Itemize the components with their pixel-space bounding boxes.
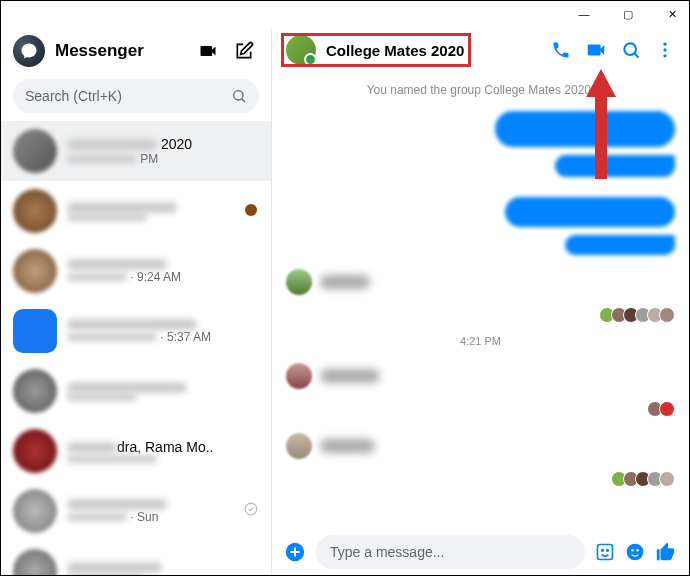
avatar [13, 249, 57, 293]
conversation-item[interactable]: · 5:37 AM [1, 301, 271, 361]
svg-point-12 [636, 549, 639, 552]
conv-title-text: 2020 [161, 136, 192, 152]
incoming-message[interactable] [320, 275, 370, 289]
avatar [13, 489, 57, 533]
svg-point-8 [602, 550, 604, 552]
chat-panel: College Mates 2020 You named the group C… [271, 27, 689, 576]
voice-call-button[interactable] [551, 40, 571, 60]
svg-point-2 [624, 43, 636, 55]
avatar [13, 309, 57, 353]
svg-point-11 [631, 549, 634, 552]
message-timestamp: 4:21 PM [286, 335, 675, 347]
search-conversation-button[interactable] [621, 40, 641, 60]
seen-indicators [286, 401, 675, 417]
like-button[interactable] [655, 541, 677, 563]
incoming-message[interactable] [320, 369, 380, 383]
sender-avatar [286, 269, 312, 295]
seen-indicators [286, 471, 675, 487]
avatar [13, 429, 57, 473]
svg-point-3 [663, 43, 666, 46]
message-input[interactable]: Type a message... [316, 535, 585, 569]
delivered-icon [243, 502, 259, 520]
svg-point-10 [627, 544, 644, 561]
messenger-logo-icon [13, 35, 45, 67]
app-title: Messenger [55, 41, 183, 61]
svg-point-0 [234, 91, 243, 100]
seen-indicators [286, 307, 675, 323]
conv-time: Sun [137, 510, 158, 524]
conv-time: PM [140, 152, 158, 166]
outgoing-message[interactable] [565, 235, 675, 255]
avatar [13, 129, 57, 173]
conversation-item[interactable]: 2020 PM [1, 121, 271, 181]
more-options-button[interactable] [655, 40, 675, 60]
new-message-button[interactable] [229, 36, 259, 66]
sender-avatar [286, 363, 312, 389]
sidebar: Messenger Search (Ctrl+K) 2020 PM [1, 27, 271, 576]
video-call-button[interactable] [585, 39, 607, 61]
chat-avatar[interactable] [286, 35, 316, 65]
incoming-message[interactable] [320, 439, 375, 453]
message-composer: Type a message... [272, 527, 689, 576]
sender-avatar [286, 433, 312, 459]
avatar [13, 549, 57, 576]
new-video-room-button[interactable] [193, 36, 223, 66]
outgoing-message[interactable] [495, 111, 675, 147]
message-input-placeholder: Type a message... [330, 544, 444, 560]
conv-time: 5:37 AM [167, 330, 211, 344]
emoji-button[interactable] [625, 542, 645, 562]
window-titlebar: — ▢ ✕ [1, 1, 689, 27]
window-close-button[interactable]: ✕ [659, 4, 685, 24]
conv-time: 9:24 AM [137, 270, 181, 284]
conv-title-text: dra, Rama Mo.. [117, 439, 213, 455]
chat-header: College Mates 2020 [272, 27, 689, 73]
conversation-item[interactable] [1, 181, 271, 241]
sticker-button[interactable] [595, 542, 615, 562]
system-message: You named the group College Mates 2020. [286, 83, 675, 97]
window-maximize-button[interactable]: ▢ [615, 4, 641, 24]
chat-title[interactable]: College Mates 2020 [326, 42, 541, 59]
outgoing-message[interactable] [555, 155, 675, 177]
window-minimize-button[interactable]: — [571, 4, 597, 24]
outgoing-message[interactable] [505, 197, 675, 227]
conversation-item[interactable]: · Sun [1, 481, 271, 541]
conversation-item[interactable]: · 9:24 AM [1, 241, 271, 301]
avatar [13, 189, 57, 233]
add-attachment-button[interactable] [284, 541, 306, 563]
search-placeholder: Search (Ctrl+K) [25, 88, 231, 104]
svg-point-5 [663, 54, 666, 57]
svg-point-1 [245, 503, 257, 515]
avatar [13, 369, 57, 413]
svg-point-4 [663, 48, 666, 51]
conversation-list: 2020 PM · 9:24 AM [1, 121, 271, 576]
svg-rect-7 [598, 545, 613, 560]
conversation-item[interactable]: dra, Rama Mo.. [1, 421, 271, 481]
conversation-item[interactable] [1, 361, 271, 421]
search-icon [231, 88, 247, 104]
svg-point-9 [607, 550, 609, 552]
status-icon [243, 202, 259, 220]
chat-messages[interactable]: You named the group College Mates 2020. … [272, 73, 689, 527]
conversation-item[interactable] [1, 541, 271, 576]
search-input[interactable]: Search (Ctrl+K) [13, 79, 259, 113]
